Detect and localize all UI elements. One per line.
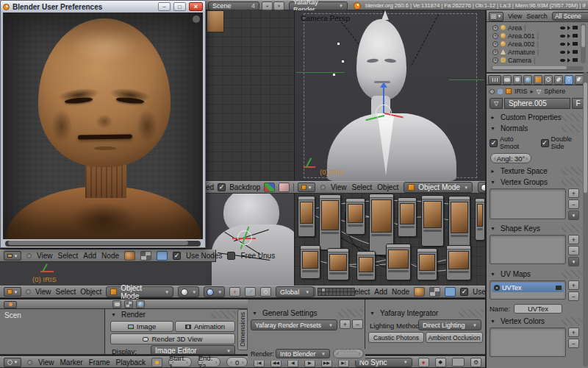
render-animation-button[interactable]: Animation	[175, 321, 235, 332]
menu-view[interactable]: View	[38, 358, 54, 367]
selectable-cursor-icon[interactable]	[567, 42, 570, 46]
manipulator-rotate-icon[interactable]: ↗	[245, 287, 256, 297]
tab-scene-icon[interactable]	[124, 300, 133, 308]
node-header[interactable]	[449, 197, 470, 200]
node-slider[interactable]	[300, 225, 313, 227]
menu-object[interactable]: Object	[80, 288, 101, 296]
menu-select[interactable]: Select	[58, 252, 79, 260]
close-button[interactable]: ×	[189, 2, 203, 11]
vertex-color-remove-button[interactable]: −	[568, 339, 579, 348]
node-header[interactable]	[398, 198, 416, 202]
datablock-name-field[interactable]: Sphere.005	[504, 98, 570, 109]
preview-hscrollbar[interactable]	[5, 241, 201, 247]
use-nodes-checkbox[interactable]: ✓	[173, 252, 181, 260]
scene-add-button[interactable]: +	[262, 1, 273, 10]
tab-render-icon[interactable]	[112, 300, 121, 308]
renderable-camera-icon[interactable]	[573, 58, 578, 62]
renderable-camera-icon[interactable]	[573, 42, 578, 46]
shape-keys-panel[interactable]: ▼ Shape Keys	[487, 223, 588, 234]
scene-name-field[interactable]: Scene 4	[208, 1, 259, 10]
threads-field[interactable]: Threads: 1	[333, 349, 364, 358]
vertex-group-specials-button[interactable]: ▼	[568, 210, 579, 220]
selectable-cursor-icon[interactable]	[567, 50, 570, 54]
normals-panel[interactable]: ▼ Normals	[487, 123, 588, 134]
node[interactable]	[386, 244, 411, 280]
menu-view[interactable]: View	[508, 13, 522, 20]
texture-nodes-icon[interactable]	[140, 251, 151, 261]
node-slider[interactable]	[400, 226, 415, 228]
node[interactable]	[398, 197, 417, 237]
visibility-eye-icon[interactable]	[560, 51, 565, 54]
renderable-camera-icon[interactable]	[573, 34, 578, 38]
node-slider[interactable]	[451, 235, 468, 237]
menu-add[interactable]: Add	[374, 288, 387, 296]
uv-map-remove-button[interactable]: −	[568, 291, 579, 301]
breadcrumb-object[interactable]: IRIS	[514, 88, 528, 95]
node[interactable]	[345, 198, 365, 235]
compositing-nodes-icon[interactable]	[157, 251, 168, 261]
window-titlebar[interactable]: Blender User Preferences – □ ×	[1, 1, 205, 13]
node-header[interactable]	[320, 195, 340, 199]
channel-color-icon[interactable]	[279, 183, 290, 192]
node-slider[interactable]	[302, 270, 318, 272]
node-header[interactable]	[346, 199, 365, 202]
keying-set-field[interactable]	[452, 358, 465, 367]
node-slider[interactable]	[359, 274, 373, 276]
selectable-cursor-icon[interactable]	[567, 26, 570, 30]
auto-smooth-checkbox[interactable]: ✓	[490, 139, 498, 147]
node[interactable]	[319, 194, 341, 250]
render-camera-icon[interactable]	[556, 286, 562, 290]
uv-name-field[interactable]: UVTex	[514, 304, 562, 314]
uv-maps-list[interactable]: × UVTex	[490, 280, 566, 300]
transform-orientation-select[interactable]: Global ▼	[276, 286, 314, 297]
texture-space-panel[interactable]: ► Texture Space	[487, 166, 588, 177]
uv-map-item[interactable]: × UVTex	[492, 283, 564, 292]
current-frame-field[interactable]: 0	[226, 357, 247, 367]
frame-start-field[interactable]: Start: 1	[168, 357, 192, 367]
frame-end-field[interactable]: End: 72	[198, 357, 221, 367]
preview-resize-handle[interactable]	[193, 15, 200, 23]
render-target-select[interactable]: Into Blender ▼	[276, 349, 330, 358]
render-image-button[interactable]: Image	[110, 321, 173, 332]
backdrop-checkbox[interactable]: ✓	[218, 183, 226, 191]
custom-properties-panel[interactable]: ► Custom Properties	[487, 112, 588, 123]
tab-world-icon[interactable]	[136, 300, 145, 308]
renderable-camera-icon[interactable]	[573, 50, 578, 54]
node-slider[interactable]	[448, 271, 469, 273]
node[interactable]	[421, 195, 444, 247]
caustic-photons-button[interactable]: Caustic Photons	[368, 332, 424, 343]
vertex-groups-panel[interactable]: ▼ Vertex Groups	[487, 177, 588, 188]
outliner-filter-select[interactable]: All Scene	[552, 12, 588, 21]
outliner-item[interactable]: + Camera |	[487, 56, 588, 64]
vertex-color-add-button[interactable]: +	[568, 328, 579, 337]
node-header[interactable]	[476, 199, 484, 202]
keying-set-icon[interactable]: ◆	[435, 358, 446, 367]
header-collapse-icon[interactable]	[26, 289, 31, 294]
maximize-button[interactable]: □	[173, 2, 186, 11]
menu-object[interactable]: Object	[377, 183, 398, 191]
editor-type-button[interactable]: ▼	[298, 183, 315, 192]
left-viewport[interactable]: (0) IRIS	[0, 262, 206, 286]
side-viewport[interactable]	[202, 194, 294, 286]
editor-type-button[interactable]	[488, 75, 501, 85]
node-slider[interactable]	[348, 224, 363, 227]
selectable-cursor-icon[interactable]	[567, 58, 570, 63]
material-nodes-icon[interactable]	[124, 251, 135, 261]
minimize-button[interactable]: –	[158, 2, 171, 11]
preset-remove-button[interactable]: −	[352, 319, 363, 329]
node-header[interactable]	[370, 194, 393, 198]
selectable-cursor-icon[interactable]	[567, 34, 570, 38]
node-slider[interactable]	[388, 270, 409, 272]
uv-map-add-button[interactable]: +	[568, 280, 579, 290]
node[interactable]	[356, 251, 376, 280]
pin-icon[interactable]	[489, 88, 496, 95]
menu-view[interactable]: View	[35, 288, 51, 296]
preferences-window[interactable]: Blender User Preferences – □ ×	[0, 0, 206, 248]
tab-scene-icon[interactable]	[513, 75, 522, 85]
outliner-item[interactable]: + Armature |	[487, 48, 588, 56]
integrator-header[interactable]: ▼ Yafaray Integrator	[365, 308, 485, 319]
use-nodes-checkbox[interactable]: ✓	[460, 288, 468, 296]
node-slider[interactable]	[419, 272, 435, 275]
gizmo-circle[interactable]	[376, 105, 392, 121]
channel-rgba-icon[interactable]	[264, 183, 275, 192]
